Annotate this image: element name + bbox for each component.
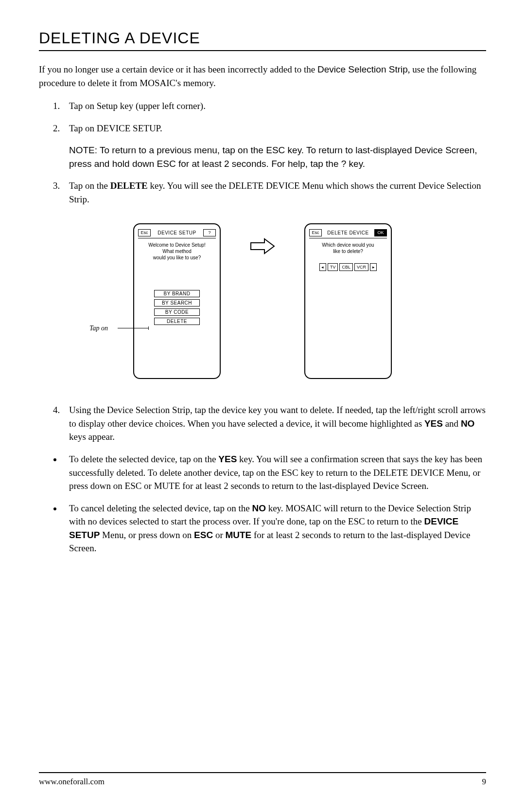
screen1-menu: BY BRAND BY SEARCH BY CODE DELETE: [154, 290, 200, 325]
esc-button[interactable]: Esc: [309, 229, 322, 236]
step-3: Tap on the DELETE key. You will see the …: [62, 179, 486, 206]
by-code-button[interactable]: BY CODE: [154, 308, 200, 316]
by-search-button[interactable]: BY SEARCH: [154, 299, 200, 307]
bullet-2: To cancel deleting the selected device, …: [62, 502, 486, 555]
device-selection-strip: ◂ TV CBL VCR ▸: [319, 263, 377, 271]
tap-on-leader-tick: [148, 326, 149, 330]
no-label: NO: [461, 418, 475, 429]
step-4: Using the Device Selection Strip, tap th…: [62, 403, 486, 444]
screen1-msg-line2: What method: [148, 248, 206, 254]
screen1-titlebar: Esc DEVICE SETUP ?: [138, 229, 216, 238]
scroll-left-button[interactable]: ◂: [319, 263, 326, 271]
screen1-msg-line1: Welcome to Device Setup!: [148, 242, 206, 248]
esc-key-label: ESC: [194, 530, 213, 540]
screen2-titlebar: Esc DELETE DEVICE OK: [309, 229, 387, 238]
screen2-msg: Which device would you like to delete?: [322, 242, 374, 254]
note-text-1: To return to a previous menu, tap on the: [100, 145, 266, 155]
screen1-title: DEVICE SETUP: [158, 230, 196, 235]
step4-text-b: keys appear.: [69, 432, 115, 442]
note-esc: ESC: [266, 145, 285, 155]
tap-on-leader-line: [118, 328, 149, 328]
mute-key-label: MUTE: [225, 530, 251, 540]
footer-page-number: 9: [482, 777, 487, 787]
device-selection-strip-label: Device Selection Strip: [317, 64, 408, 74]
step-1: Tap on Setup key (upper left corner).: [62, 99, 486, 113]
page-footer: www.oneforall.com 9: [39, 772, 486, 787]
screen2-title: DELETE DEVICE: [327, 230, 368, 235]
yes-label: YES: [424, 418, 443, 429]
screen2-msg-line2: like to delete?: [322, 248, 374, 254]
esc-button[interactable]: Esc: [138, 229, 151, 236]
bullet2-or: or: [213, 530, 225, 540]
screen1-msg: Welcome to Device Setup! What method wou…: [148, 242, 206, 261]
no-key-label: NO: [252, 503, 266, 513]
screen-2-wrap: Esc DELETE DEVICE OK Which device would …: [304, 223, 392, 379]
device-tv-button[interactable]: TV: [328, 263, 338, 271]
intro-text-1: If you no longer use a certain device or…: [39, 64, 317, 74]
delete-device-screen: Esc DELETE DEVICE OK Which device would …: [304, 223, 392, 379]
note-paragraph: NOTE: To return to a previous menu, tap …: [69, 144, 486, 170]
device-cbl-button[interactable]: CBL: [339, 263, 353, 271]
device-setup-screen: Esc DEVICE SETUP ? Welcome to Device Set…: [133, 223, 221, 379]
note-prefix: NOTE:: [69, 145, 100, 155]
transition-arrow-icon: [250, 238, 275, 256]
help-button[interactable]: ?: [203, 229, 216, 236]
bullet2-a: To cancel deleting the selected device, …: [69, 503, 252, 513]
scroll-right-button[interactable]: ▸: [370, 263, 377, 271]
by-brand-button[interactable]: BY BRAND: [154, 290, 200, 297]
step4-text-a: Using the Device Selection Strip, tap th…: [69, 405, 486, 429]
step-2: Tap on DEVICE SETUP.: [62, 122, 486, 135]
delete-key-label: DELETE: [110, 180, 148, 191]
tap-on-label: Tap on: [89, 325, 108, 332]
page-title: DELETING A DEVICE: [39, 29, 486, 51]
footer-url: www.oneforall.com: [39, 777, 105, 787]
screen-1-wrap: Tap on Esc DEVICE SETUP ? Welcome to Dev…: [133, 223, 221, 379]
step4-and: and: [443, 418, 461, 429]
bullet-1: To delete the selected device, tap on th…: [62, 452, 486, 493]
device-vcr-button[interactable]: VCR: [354, 263, 368, 271]
intro-paragraph: If you no longer use a certain device or…: [39, 63, 486, 90]
yes-key-label: YES: [218, 454, 237, 464]
delete-button[interactable]: DELETE: [154, 318, 200, 325]
screen2-msg-line1: Which device would you: [322, 242, 374, 248]
step3-text-a: Tap on the: [69, 180, 110, 191]
diagram-row: Tap on Esc DEVICE SETUP ? Welcome to Dev…: [39, 223, 486, 379]
ok-button[interactable]: OK: [374, 229, 387, 236]
bullet2-c: Menu, or press down on: [100, 530, 194, 540]
screen1-msg-line3: would you like to use?: [148, 254, 206, 261]
bullet1-a: To delete the selected device, tap on th…: [69, 454, 218, 464]
